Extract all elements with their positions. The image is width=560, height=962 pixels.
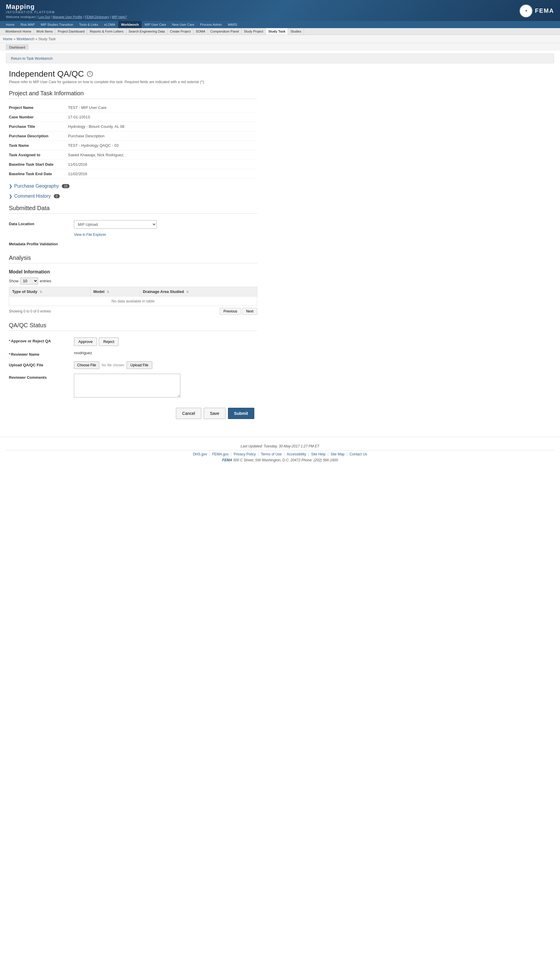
footer-contact[interactable]: Contact Us: [347, 452, 369, 456]
nav-process-admin[interactable]: Process Admin: [197, 21, 225, 28]
upload-label: Upload QA/QC File: [9, 361, 74, 367]
nav-tools-links[interactable]: Tools & Links: [76, 21, 101, 28]
submit-button[interactable]: Submit: [228, 408, 254, 419]
field-task-name: Task Name TEST - Hydrology QAQC - 03: [9, 141, 257, 150]
logo-sub: INFORMATION PLATFORM: [6, 11, 127, 14]
field-label-purchase-title: Purchase Title: [9, 124, 68, 129]
tab-create-project[interactable]: Create Project: [167, 28, 193, 35]
info-icon[interactable]: ?: [87, 71, 93, 77]
nav-risk-map[interactable]: Risk MAP: [18, 21, 37, 28]
return-link[interactable]: Return to Task Workbench: [11, 56, 53, 61]
footer-accessibility[interactable]: Accessibility: [285, 452, 309, 456]
purchase-geography-label: Purchase Geography: [14, 184, 59, 189]
reviewer-name-row: Reviewer Name nrodriguez: [9, 348, 257, 359]
breadcrumb: Home » Workbench » Study Task: [3, 36, 557, 42]
fema-dictionary-link[interactable]: FEMA Dictionary: [85, 15, 109, 19]
tab-studies[interactable]: Studies: [288, 28, 304, 35]
footer-links: DHS.gov FEMA.gov Privacy Policy Terms of…: [6, 452, 554, 456]
return-bar: Return to Task Workbench: [6, 53, 554, 63]
sort-icon-model[interactable]: ⇅: [107, 290, 109, 294]
next-button[interactable]: Next: [242, 308, 257, 315]
sort-icon-type[interactable]: ⇅: [40, 290, 42, 294]
tab-project-dashboard[interactable]: Project Dashboard: [55, 28, 87, 35]
footer-address: FEMA 500 C Street, SW Washington, D.C. 2…: [6, 458, 554, 462]
cancel-button[interactable]: Cancel: [176, 408, 201, 419]
purchase-geography-toggle[interactable]: ❯ Purchase Geography 15: [9, 184, 257, 189]
tab-compendium[interactable]: Compendium Panel: [208, 28, 241, 35]
reviewer-comments-textarea[interactable]: [74, 374, 180, 397]
field-value-task-name: TEST - Hydrology QAQC - 03: [68, 143, 119, 148]
reject-button[interactable]: Reject: [99, 337, 119, 346]
manage-profile-link[interactable]: Manage User Profile: [53, 15, 82, 19]
footer-fema[interactable]: FEMA.gov: [210, 452, 231, 456]
reviewer-name-value: nrodriguez: [74, 351, 257, 355]
metadata-profile-row: Metadata Profile Validation: [9, 238, 257, 249]
field-purchase-title: Purchase Title Hydrology - Blount County…: [9, 122, 257, 131]
reviewer-comments-control: [74, 374, 257, 398]
logo-mapping: Mapping: [6, 3, 127, 11]
approve-reject-controls: Approve Reject: [74, 337, 257, 346]
save-button[interactable]: Save: [204, 408, 225, 419]
field-value-purchase-title: Hydrology - Blount County, AL 08: [68, 124, 124, 129]
show-entries-row: Show 10 25 50 100 entries: [9, 278, 257, 284]
nav-workbench[interactable]: Workbench: [118, 21, 142, 28]
entries-select[interactable]: 10 25 50 100: [20, 278, 38, 284]
nav-new-user-care[interactable]: New User Care: [169, 21, 197, 28]
fema-text: FEMA: [535, 7, 554, 14]
view-file-explorer-link[interactable]: View in File Explorer: [74, 232, 106, 237]
mip-help-link[interactable]: MIP Help?: [112, 15, 127, 19]
qaqc-section: QA/QC Status Approve or Reject QA Approv…: [9, 322, 257, 401]
nav-home[interactable]: Home: [3, 21, 18, 28]
tab-work-items[interactable]: Work Items: [34, 28, 55, 35]
table-footer: Showing 0 to 0 of 0 entries Previous Nex…: [9, 308, 257, 315]
reviewer-comments-label: Reviewer Comments: [9, 374, 74, 380]
logout-link[interactable]: Log Out: [39, 15, 50, 19]
welcome-bar: Welcome nrodriguez | Log Out | Manage Us…: [6, 15, 127, 19]
secondary-nav: Workbench Home Work Items Project Dashbo…: [0, 28, 560, 35]
sort-icon-drainage[interactable]: ⇅: [186, 290, 189, 294]
nav-mip-studies[interactable]: MIP Studies Transition: [38, 21, 76, 28]
page-subtitle: Please refer to MIP User Care for guidan…: [9, 80, 257, 84]
page-title: Independent QA/QC: [9, 69, 84, 79]
footer-site-help[interactable]: Site Help: [309, 452, 328, 456]
field-value-project-name: TEST - MIP User Care: [68, 105, 106, 110]
field-task-assigned: Task Assigned to Saeed Khawaja; Nick Rod…: [9, 150, 257, 160]
tab-workbench-home[interactable]: Workbench Home: [3, 28, 34, 35]
tab-study-task[interactable]: Study Task: [266, 28, 288, 35]
model-info-title: Model Information: [9, 269, 257, 274]
nav-mip-user-care[interactable]: MIP User Care: [142, 21, 169, 28]
breadcrumb-home[interactable]: Home: [3, 37, 13, 41]
choose-file-button[interactable]: Choose File: [74, 361, 99, 369]
nav-eloma[interactable]: eLOMA: [101, 21, 118, 28]
qaqc-title: QA/QC Status: [9, 322, 257, 331]
tab-soma[interactable]: SOMA: [193, 28, 208, 35]
upload-controls: Choose File No file chosen Upload File: [74, 361, 257, 369]
approve-button[interactable]: Approve: [74, 337, 97, 346]
tab-study-project[interactable]: Study Project: [241, 28, 266, 35]
footer-privacy[interactable]: Privacy Policy: [231, 452, 258, 456]
tab-reports[interactable]: Reports & Form Letters: [87, 28, 126, 35]
chevron-comment-history: ❯: [9, 194, 13, 199]
no-file-chosen-text: No file chosen: [102, 363, 124, 367]
comment-history-toggle[interactable]: ❯ Comment History 0: [9, 194, 257, 199]
footer-terms[interactable]: Terms of Use: [258, 452, 285, 456]
nav-mars[interactable]: MARS: [225, 21, 240, 28]
comment-history-count: 0: [54, 194, 60, 198]
breadcrumb-workbench[interactable]: Workbench: [16, 37, 34, 41]
tab-search-engineering[interactable]: Search Engineering Data: [126, 28, 167, 35]
dashboard-tab[interactable]: Dashboard: [6, 44, 28, 50]
pagination: Previous Next: [220, 308, 257, 315]
view-file-explorer-row: View in File Explorer: [9, 231, 257, 238]
data-location-select[interactable]: MIP Upload External Location: [74, 220, 157, 229]
footer-dhs[interactable]: DHS.gov: [190, 452, 210, 456]
upload-file-button[interactable]: Upload File: [127, 361, 152, 369]
action-buttons: Cancel Save Submit: [9, 408, 257, 419]
field-value-case-number: 17-01-1051S: [68, 115, 90, 119]
footer-site-map[interactable]: Site Map: [328, 452, 347, 456]
fema-emblem: ★: [520, 5, 533, 18]
prev-button[interactable]: Previous: [220, 308, 241, 315]
field-end-date: Baseline Task End Date 11/02/2016: [9, 169, 257, 179]
col-type-of-study: Type of Study ⇅: [9, 287, 90, 297]
approve-reject-row: Approve or Reject QA Approve Reject: [9, 335, 257, 348]
field-label-task-name: Task Name: [9, 143, 68, 148]
